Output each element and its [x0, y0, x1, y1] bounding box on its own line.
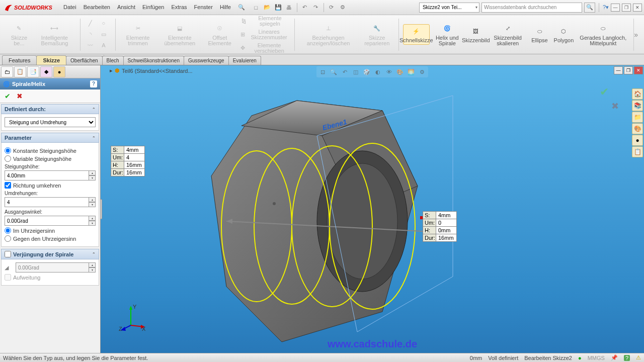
cw-radio[interactable]: Im Uhrzeigersinn — [5, 227, 96, 234]
help-icon[interactable]: ?▾ — [603, 4, 609, 11]
helix-callout-end[interactable]: S:4mm Um:0 H:0mm Dur:16mm — [423, 211, 457, 242]
scale-picture-button[interactable]: ⤢Skizzenbild skalieren — [489, 22, 527, 47]
open-icon[interactable]: 📂 — [262, 3, 272, 12]
confirm-corner-cancel[interactable]: ✖ — [611, 101, 619, 112]
offset-button[interactable]: ⦾Offset Elemente — [204, 22, 236, 47]
section-header-defined[interactable]: Definiert durch:⌃ — [1, 104, 99, 114]
tab-evaluate[interactable]: Evaluieren — [228, 56, 261, 65]
restore-button[interactable]: ❐ — [622, 4, 631, 12]
linear-pattern-button[interactable]: ⊞Lineares Skizzenmuster — [238, 29, 291, 41]
view-triad[interactable]: Y X Z — [116, 303, 146, 333]
menu-file[interactable]: Datei — [60, 2, 79, 13]
reverse-checkbox[interactable]: Richtung umkehren — [5, 182, 96, 189]
rect-icon[interactable]: ▭ — [98, 30, 110, 40]
custom-props-icon[interactable]: 📋 — [632, 146, 643, 157]
redo-icon[interactable]: ↷ — [311, 3, 321, 12]
tab-sketch[interactable]: Skizze — [36, 55, 66, 65]
minimize-button[interactable]: — — [611, 4, 620, 12]
smart-dimension-button[interactable]: ⟷Intelligente Bemaßung — [33, 22, 76, 47]
model-view[interactable] — [106, 70, 468, 352]
mirror-button[interactable]: ⧎Elemente spiegeln — [238, 15, 291, 27]
design-lib-icon[interactable]: 📚 — [632, 100, 643, 111]
pm-feature-icon[interactable]: 📋 — [14, 66, 26, 77]
status-units[interactable]: MMGS — [588, 355, 605, 361]
menu-help[interactable]: Hilfe — [217, 2, 234, 13]
menu-view[interactable]: Ansicht — [114, 2, 138, 13]
const-pitch-radio[interactable]: Konstante Steigungshöhe — [5, 147, 96, 154]
line-icon[interactable]: ╱ — [85, 19, 97, 29]
main-area: 🗀 📋 📑 ◆ ● 🌀 Spirale/Helix ? ✔ ✖ Definier… — [0, 65, 644, 353]
menu-tools[interactable]: Extras — [168, 2, 190, 13]
undo-icon[interactable]: ↶ — [300, 3, 310, 12]
menu-insert[interactable]: Einfügen — [139, 2, 167, 13]
status-rebuild-icon[interactable]: ● — [578, 355, 582, 361]
kb-search-button[interactable]: 🔍 — [584, 3, 595, 13]
resources-icon[interactable]: 🏠 — [632, 88, 643, 100]
breadcrumb[interactable]: Skizze2 von Tei... — [419, 3, 479, 13]
slot-button[interactable]: ⬭Gerades Langloch, Mittelpunkt — [577, 22, 629, 47]
tab-moldtools[interactable]: Gusswerkzeuge — [184, 56, 229, 65]
search-icon[interactable]: 🔍 — [235, 2, 248, 13]
pm-appearance-icon[interactable]: ● — [53, 66, 65, 77]
help-icon[interactable]: ? — [90, 80, 97, 87]
defined-by-select[interactable]: Steigung und Umdrehung — [5, 117, 96, 127]
ellipse-button[interactable]: ⬭Ellipse — [528, 25, 550, 44]
revs-input[interactable] — [5, 197, 89, 207]
menu-window[interactable]: Fenster — [191, 2, 216, 13]
pm-tree-icon[interactable]: 🗀 — [1, 66, 13, 77]
kb-search-input[interactable]: Wissensdatenbank durchsuchen — [481, 3, 582, 13]
options-icon[interactable]: ⚙ — [338, 3, 348, 12]
move-button[interactable]: ✥Elemente verschieben — [238, 42, 291, 54]
splitter-handle[interactable] — [101, 199, 102, 219]
file-explorer-icon[interactable]: 📁 — [632, 112, 643, 123]
ok-button[interactable]: ✔ — [3, 92, 12, 101]
circle-icon[interactable]: ○ — [98, 19, 110, 29]
var-pitch-radio[interactable]: Variable Steigungshöhe — [5, 155, 96, 162]
helix-button[interactable]: 🌀Helix und Spirale — [432, 22, 463, 47]
doc-min-button[interactable]: — — [614, 66, 623, 74]
viewport[interactable]: ▸ ⬢ Teil6 (Standard<<Standard... ⊡ 🔍 ↶ ◫… — [101, 65, 644, 353]
sketch-button[interactable]: ✎Skizze be... — [7, 22, 31, 47]
angle-input[interactable] — [5, 216, 89, 226]
pm-dimx-icon[interactable]: ◆ — [40, 66, 52, 77]
section-header-params[interactable]: Parameter⌃ — [1, 133, 99, 143]
text-icon[interactable]: A — [98, 41, 110, 51]
repair-button[interactable]: 🔧Skizze reparieren — [360, 22, 394, 47]
polygon-button[interactable]: ⬡Polygon — [552, 25, 575, 44]
revs-spinner[interactable]: ▴▾ — [89, 197, 96, 207]
save-icon[interactable]: 💾 — [273, 3, 283, 12]
view-palette-icon[interactable]: 🎨 — [632, 123, 643, 134]
helix-callout-start[interactable]: S:4mm Um:4 H:16mm Dur:16mm — [111, 146, 145, 176]
status-warn-icon[interactable]: ⚠ — [636, 354, 641, 361]
rebuild-icon[interactable]: ⟳ — [327, 3, 337, 12]
cancel-button[interactable]: ✖ — [15, 92, 24, 101]
sketch-picture-button[interactable]: 🖼Skizzenbild — [465, 25, 487, 44]
angle-spinner[interactable]: ▴▾ — [89, 216, 96, 226]
status-lock-icon[interactable]: 📌 — [611, 354, 618, 361]
doc-restore-button[interactable]: ❐ — [624, 66, 633, 74]
ribbon-overflow-icon[interactable]: » — [634, 31, 641, 39]
tab-features[interactable]: Features — [2, 55, 37, 65]
new-icon[interactable]: □ — [251, 3, 261, 12]
tab-surfaces[interactable]: Oberflächen — [66, 56, 102, 65]
appearances-icon[interactable]: ● — [632, 135, 643, 146]
tab-sheetmetal[interactable]: Blech — [102, 56, 124, 65]
rapid-sketch-button[interactable]: ⚡Schnellskizze — [403, 24, 430, 45]
convert-button[interactable]: ⬓Elemente übernehmen — [158, 22, 202, 47]
pm-config-icon[interactable]: 📑 — [27, 66, 39, 77]
pitch-spinner[interactable]: ▴▾ — [89, 170, 96, 180]
arc-icon[interactable]: ◝ — [85, 30, 97, 40]
trim-button[interactable]: ✂Elemente trimmen — [120, 22, 155, 47]
tab-weldments[interactable]: Schweißkonstruktionen — [123, 56, 184, 65]
close-button[interactable]: ✕ — [633, 4, 642, 12]
ccw-radio[interactable]: Gegen den Uhrzeigersinn — [5, 235, 96, 242]
relations-button[interactable]: ⊥Beziehungen anzeigen/löschen — [299, 22, 358, 47]
doc-close-button[interactable]: ✕ — [634, 66, 643, 74]
confirm-corner-ok[interactable]: ✔ — [600, 85, 609, 99]
status-help-icon[interactable]: ? — [624, 355, 630, 361]
menu-edit[interactable]: Bearbeiten — [80, 2, 113, 13]
section-header-taper[interactable]: Verjüngung der Spirale⌃ — [1, 249, 99, 259]
pitch-input[interactable] — [5, 170, 89, 180]
print-icon[interactable]: 🖶 — [284, 3, 294, 12]
spline-icon[interactable]: 〰 — [85, 41, 97, 51]
